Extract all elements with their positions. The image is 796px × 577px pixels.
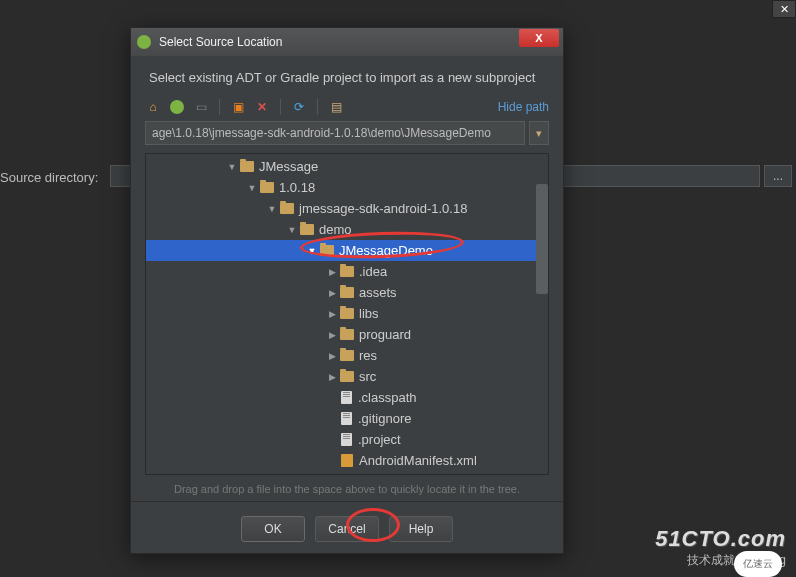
tree-node-label: libs — [359, 306, 379, 321]
refresh-icon[interactable]: ⟳ — [291, 99, 307, 115]
tree-node-label: JMessage — [259, 159, 318, 174]
tree-node[interactable]: .classpath — [146, 387, 548, 408]
expander-icon[interactable]: ▶ — [326, 372, 338, 382]
watermark-line1: 51CTO.com — [655, 526, 786, 552]
show-hidden-icon[interactable]: ▤ — [328, 99, 344, 115]
tree-node-label: assets — [359, 285, 397, 300]
file-icon — [341, 412, 352, 425]
dialog-toolbar: ⌂ ▭ ▣ ✕ ⟳ ▤ Hide path — [131, 95, 563, 119]
cancel-button[interactable]: Cancel — [315, 516, 379, 542]
tree-node[interactable]: ▼demo — [146, 219, 548, 240]
path-input[interactable]: age\1.0.18\jmessage-sdk-android-1.0.18\d… — [145, 121, 525, 145]
folder-icon — [340, 350, 354, 361]
tree-node-selected[interactable]: ▼JMessageDemo — [146, 240, 548, 261]
dialog-close-button[interactable]: X — [519, 29, 559, 47]
help-button[interactable]: Help — [389, 516, 453, 542]
expander-icon[interactable]: ▼ — [286, 225, 298, 235]
xml-file-icon — [341, 454, 353, 467]
tree-node[interactable]: AndroidManifest.xml — [146, 450, 548, 471]
tree-scrollbar-thumb[interactable] — [536, 184, 548, 294]
toolbar-separator — [280, 99, 281, 115]
ok-button[interactable]: OK — [241, 516, 305, 542]
separator — [131, 501, 563, 502]
tree-node[interactable]: ▼1.0.18 — [146, 177, 548, 198]
file-icon — [341, 391, 352, 404]
tree-node[interactable]: build.gradle — [146, 471, 548, 475]
tree-node-label: .gitignore — [358, 411, 411, 426]
tree-node[interactable]: ▶.idea — [146, 261, 548, 282]
expander-icon[interactable]: ▼ — [306, 246, 318, 256]
new-folder-icon[interactable]: ▣ — [230, 99, 246, 115]
outer-close-button[interactable]: ✕ — [772, 0, 796, 18]
tree-node-label: .classpath — [358, 390, 417, 405]
folder-icon — [340, 329, 354, 340]
source-directory-label: Source directory: — [0, 170, 98, 185]
project-icon[interactable] — [169, 99, 185, 115]
tree-node-label: JMessageDemo — [339, 243, 433, 258]
delete-icon[interactable]: ✕ — [254, 99, 270, 115]
expander-icon[interactable]: ▼ — [246, 183, 258, 193]
toolbar-separator — [317, 99, 318, 115]
module-icon[interactable]: ▭ — [193, 99, 209, 115]
expander-icon[interactable]: ▶ — [326, 288, 338, 298]
dialog-titlebar[interactable]: Select Source Location X — [131, 28, 563, 56]
folder-icon — [340, 287, 354, 298]
tree-node-label: jmessage-sdk-android-1.0.18 — [299, 201, 467, 216]
folder-icon — [240, 161, 254, 172]
expander-icon[interactable]: ▶ — [326, 330, 338, 340]
expander-icon[interactable]: ▼ — [266, 204, 278, 214]
tree-node-label: res — [359, 348, 377, 363]
folder-icon — [320, 245, 334, 256]
tree-node-label: build.gradle — [359, 474, 426, 475]
tree-node[interactable]: .gitignore — [146, 408, 548, 429]
path-history-button[interactable]: ▾ — [529, 121, 549, 145]
tree-node-label: .project — [358, 432, 401, 447]
home-icon[interactable]: ⌂ — [145, 99, 161, 115]
drag-drop-hint: Drag and drop a file into the space abov… — [131, 477, 563, 497]
tree-node-label: 1.0.18 — [279, 180, 315, 195]
tree-node-label: .idea — [359, 264, 387, 279]
tree-node[interactable]: ▶res — [146, 345, 548, 366]
tree-node[interactable]: ▶assets — [146, 282, 548, 303]
android-studio-icon — [137, 35, 151, 49]
expander-icon[interactable]: ▼ — [226, 162, 238, 172]
tree-node[interactable]: ▼jmessage-sdk-android-1.0.18 — [146, 198, 548, 219]
hide-path-link[interactable]: Hide path — [498, 100, 549, 114]
tree-node[interactable]: ▼JMessage — [146, 156, 548, 177]
source-directory-browse-button[interactable]: ... — [764, 165, 792, 187]
tree-node-label: AndroidManifest.xml — [359, 453, 477, 468]
expander-icon[interactable]: ▶ — [326, 351, 338, 361]
tree-scrollbar[interactable] — [536, 154, 548, 474]
dialog-instruction: Select existing ADT or Gradle project to… — [131, 56, 563, 95]
expander-icon[interactable]: ▶ — [326, 309, 338, 319]
tree-node[interactable]: ▶proguard — [146, 324, 548, 345]
tree-node[interactable]: ▶libs — [146, 303, 548, 324]
folder-icon — [300, 224, 314, 235]
file-icon — [341, 433, 352, 446]
tree-node-label: proguard — [359, 327, 411, 342]
folder-icon — [260, 182, 274, 193]
folder-icon — [280, 203, 294, 214]
expander-icon[interactable]: ▶ — [326, 267, 338, 277]
watermark-logo: 亿速云 — [734, 551, 782, 577]
tree-node[interactable]: ▶src — [146, 366, 548, 387]
select-source-location-dialog: Select Source Location X Select existing… — [130, 27, 564, 554]
tree-node-label: demo — [319, 222, 352, 237]
tree-node-label: src — [359, 369, 376, 384]
toolbar-separator — [219, 99, 220, 115]
folder-icon — [340, 308, 354, 319]
folder-icon — [340, 266, 354, 277]
folder-icon — [340, 371, 354, 382]
dialog-title: Select Source Location — [159, 35, 282, 49]
tree-node[interactable]: .project — [146, 429, 548, 450]
file-tree[interactable]: ▼JMessage▼1.0.18▼jmessage-sdk-android-1.… — [145, 153, 549, 475]
